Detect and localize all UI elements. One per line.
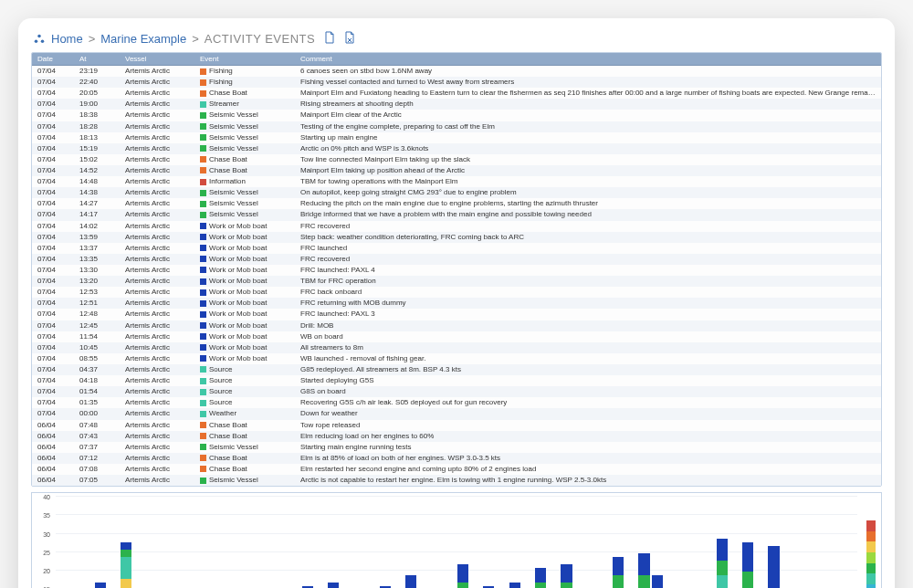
chart-bar[interactable] (496, 499, 507, 588)
chart-bar[interactable] (173, 499, 184, 588)
chart-bar[interactable] (380, 499, 391, 588)
chart-bar[interactable] (613, 499, 624, 588)
chart-bar[interactable] (341, 499, 352, 588)
table-row[interactable]: 07/0423:19Artemis ArcticFishing6 canoes … (32, 66, 881, 78)
chart-bar[interactable] (652, 499, 663, 588)
chart-bar[interactable] (431, 499, 442, 588)
col-date[interactable]: Date (32, 53, 74, 66)
chart-bar[interactable] (768, 499, 779, 588)
chart-bar[interactable] (353, 499, 364, 588)
chart-bar[interactable] (600, 499, 611, 588)
chart-bar[interactable] (237, 499, 248, 588)
table-row[interactable]: 07/0414:02Artemis ArcticWork or Mob boat… (32, 221, 881, 232)
chart-bar[interactable] (470, 499, 481, 588)
col-vessel[interactable]: Vessel (120, 53, 194, 66)
table-row[interactable]: 07/0422:40Artemis ArcticFishingFishing v… (32, 77, 881, 88)
chart-bar[interactable] (535, 499, 546, 588)
chart-bar[interactable] (81, 499, 92, 588)
col-at[interactable]: At (74, 53, 120, 66)
table-row[interactable]: 07/0419:00Artemis ArcticStreamerRising s… (32, 99, 881, 110)
chart-bar[interactable] (276, 499, 287, 588)
table-row[interactable]: 07/0414:52Artemis ArcticChase BoatMainpo… (32, 165, 881, 176)
chart-bar[interactable] (677, 499, 688, 588)
chart-bar[interactable] (561, 499, 572, 588)
chart-bar[interactable] (457, 499, 468, 588)
breadcrumb-section[interactable]: Marine Example (100, 32, 186, 46)
chart-bar[interactable] (845, 499, 856, 588)
table-row[interactable]: 07/0420:05Artemis ArcticChase BoatMainpo… (32, 88, 881, 99)
chart-bar[interactable] (703, 499, 714, 588)
chart-bar[interactable] (625, 499, 636, 588)
table-row[interactable]: 07/0401:35Artemis ArcticSourceRecovering… (32, 397, 881, 408)
chart-bar[interactable] (133, 499, 144, 588)
chart-bar[interactable] (742, 499, 753, 588)
table-row[interactable]: 07/0418:28Artemis ArcticSeismic VesselTe… (32, 121, 881, 132)
chart-bar[interactable] (807, 499, 818, 588)
chart-bar[interactable] (367, 499, 378, 588)
chart-bar[interactable] (665, 499, 676, 588)
table-row[interactable]: 06/0407:43Artemis ArcticChase BoatElm re… (32, 431, 881, 442)
table-row[interactable]: 07/0408:55Artemis ArcticWork or Mob boat… (32, 353, 881, 364)
table-row[interactable]: 07/0414:27Artemis ArcticSeismic VesselRe… (32, 198, 881, 209)
table-row[interactable]: 07/0414:38Artemis ArcticSeismic VesselOn… (32, 187, 881, 198)
chart-bar[interactable] (302, 499, 313, 588)
table-row[interactable]: 07/0412:51Artemis ArcticWork or Mob boat… (32, 298, 881, 309)
chart-bar[interactable] (405, 499, 416, 588)
table-row[interactable]: 07/0414:17Artemis ArcticSeismic VesselBr… (32, 209, 881, 220)
chart-bar[interactable] (522, 499, 533, 588)
table-row[interactable]: 07/0418:38Artemis ArcticSeismic VesselMa… (32, 110, 881, 121)
chart-bar[interactable] (160, 499, 171, 588)
table-row[interactable]: 07/0418:13Artemis ArcticSeismic VesselSt… (32, 132, 881, 143)
chart-bar[interactable] (587, 499, 598, 588)
chart-bar[interactable] (509, 499, 520, 588)
export-xls-icon[interactable] (344, 31, 355, 47)
table-row[interactable]: 07/0413:20Artemis ArcticWork or Mob boat… (32, 276, 881, 287)
chart-bar[interactable] (820, 499, 831, 588)
chart-bar[interactable] (289, 499, 299, 588)
chart-bar[interactable] (393, 499, 404, 588)
chart-bar[interactable] (445, 499, 456, 588)
chart-bar[interactable] (315, 499, 326, 588)
chart-bar[interactable] (574, 499, 585, 588)
table-row[interactable]: 07/0415:02Artemis ArcticChase BoatTow li… (32, 154, 881, 165)
table-row[interactable]: 07/0410:45Artemis ArcticWork or Mob boat… (32, 342, 881, 353)
table-row[interactable]: 07/0412:48Artemis ArcticWork or Mob boat… (32, 309, 881, 320)
chart-bar[interactable] (717, 499, 728, 588)
chart-bar[interactable] (56, 499, 67, 588)
breadcrumb-home[interactable]: Home (51, 32, 83, 46)
export-pdf-icon[interactable] (324, 31, 335, 47)
col-event[interactable]: Event (194, 53, 295, 66)
chart-bar[interactable] (68, 499, 79, 588)
chart-bar[interactable] (833, 499, 844, 588)
table-row[interactable]: 06/0407:48Artemis ArcticChase BoatTow ro… (32, 420, 881, 431)
chart-bar[interactable] (185, 499, 196, 588)
chart-bar[interactable] (108, 499, 119, 588)
table-row[interactable]: 06/0407:05Artemis ArcticSeismic VesselAr… (32, 475, 881, 486)
chart-bar[interactable] (146, 499, 157, 588)
chart-bar[interactable] (224, 499, 235, 588)
table-row[interactable]: 07/0413:35Artemis ArcticWork or Mob boat… (32, 254, 881, 265)
table-row[interactable]: 07/0412:45Artemis ArcticWork or Mob boat… (32, 320, 881, 331)
table-row[interactable]: 07/0415:19Artemis ArcticSeismic VesselAr… (32, 143, 881, 154)
chart-bar[interactable] (638, 499, 649, 588)
chart-bar[interactable] (548, 499, 559, 588)
chart-bar[interactable] (263, 499, 274, 588)
table-row[interactable]: 07/0413:30Artemis ArcticWork or Mob boat… (32, 265, 881, 276)
chart-bar[interactable] (755, 499, 766, 588)
table-row[interactable]: 06/0407:08Artemis ArcticChase BoatElm re… (32, 464, 881, 475)
table-row[interactable]: 07/0404:37Artemis ArcticSourceG85 redepl… (32, 364, 881, 375)
chart-bar[interactable] (418, 499, 429, 588)
table-row[interactable]: 06/0407:37Artemis ArcticSeismic VesselSt… (32, 442, 881, 453)
chart-bar[interactable] (198, 499, 209, 588)
table-row[interactable]: 06/0407:12Artemis ArcticChase BoatElm is… (32, 453, 881, 464)
col-comment[interactable]: Comment (295, 53, 881, 66)
table-row[interactable]: 07/0414:48Artemis ArcticInformationTBM f… (32, 176, 881, 187)
chart-bar[interactable] (121, 499, 131, 588)
chart-bar[interactable] (690, 499, 701, 588)
table-row[interactable]: 07/0400:00Artemis ArcticWeatherDown for … (32, 408, 881, 419)
table-row[interactable]: 07/0411:54Artemis ArcticWork or Mob boat… (32, 331, 881, 342)
chart-bar[interactable] (250, 499, 261, 588)
chart-bar[interactable] (794, 499, 805, 588)
table-row[interactable]: 07/0413:59Artemis ArcticWork or Mob boat… (32, 232, 881, 243)
chart-bar[interactable] (328, 499, 339, 588)
